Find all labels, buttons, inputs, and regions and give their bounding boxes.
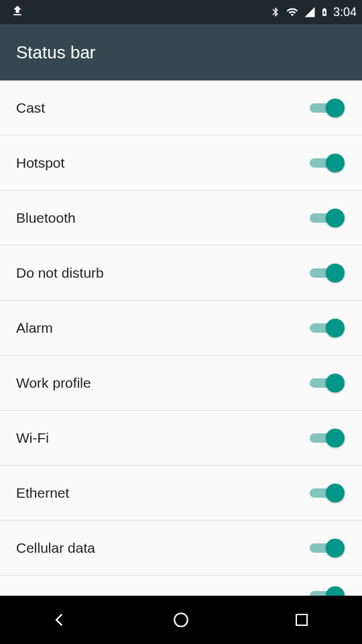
toggle-ethernet[interactable] — [310, 484, 341, 502]
toggle-hotspot[interactable] — [310, 154, 341, 172]
setting-label: Hotspot — [16, 155, 64, 171]
setting-row-ethernet[interactable]: Ethernet — [0, 466, 362, 521]
setting-row-work-profile[interactable]: Work profile — [0, 356, 362, 411]
switch-thumb — [326, 484, 345, 502]
switch-thumb — [326, 154, 345, 172]
setting-label: Work profile — [16, 375, 91, 391]
setting-row-cellular-data[interactable]: Cellular data — [0, 521, 362, 576]
switch-thumb — [326, 586, 345, 596]
setting-row-partial[interactable] — [0, 576, 362, 596]
bluetooth-icon — [270, 5, 281, 19]
setting-row-hotspot[interactable]: Hotspot — [0, 136, 362, 191]
switch-thumb — [326, 99, 345, 117]
clock-text: 3:04 — [333, 5, 357, 19]
setting-label: Wi-Fi — [16, 430, 49, 446]
upload-icon — [11, 4, 24, 21]
switch-thumb — [326, 319, 345, 337]
system-navbar — [0, 596, 362, 644]
switch-thumb — [326, 209, 345, 227]
toggle-wifi[interactable] — [310, 429, 341, 447]
toggle-partial[interactable] — [310, 586, 341, 596]
setting-label: Ethernet — [16, 485, 69, 501]
setting-row-cast[interactable]: Cast — [0, 80, 362, 136]
toggle-cellular-data[interactable] — [310, 539, 341, 557]
home-button[interactable] — [151, 606, 211, 633]
setting-label: Cellular data — [16, 540, 95, 556]
back-button[interactable] — [30, 606, 90, 633]
setting-label: Do not disturb — [16, 265, 104, 281]
switch-thumb — [326, 374, 345, 392]
toggle-work-profile[interactable] — [310, 374, 341, 392]
switch-thumb — [326, 539, 345, 557]
toggle-dnd[interactable] — [310, 264, 341, 282]
battery-icon — [320, 5, 329, 19]
wifi-icon — [285, 6, 300, 18]
setting-row-bluetooth[interactable]: Bluetooth — [0, 191, 362, 246]
switch-thumb — [326, 429, 345, 447]
toggle-alarm[interactable] — [310, 319, 341, 337]
settings-list: Cast Hotspot Bluetooth Do not disturb Al… — [0, 80, 362, 596]
page-title: Status bar — [16, 42, 96, 63]
svg-point-0 — [174, 613, 188, 627]
system-statusbar: 3:04 — [0, 0, 362, 24]
setting-row-wifi[interactable]: Wi-Fi — [0, 411, 362, 466]
svg-rect-1 — [296, 614, 307, 625]
setting-label: Bluetooth — [16, 210, 76, 226]
setting-label: Alarm — [16, 320, 53, 336]
toggle-cast[interactable] — [310, 99, 341, 117]
switch-thumb — [326, 264, 345, 282]
signal-icon — [304, 6, 316, 18]
setting-label: Cast — [16, 100, 45, 116]
setting-row-alarm[interactable]: Alarm — [0, 301, 362, 356]
setting-row-dnd[interactable]: Do not disturb — [0, 246, 362, 301]
appbar: Status bar — [0, 24, 362, 80]
recents-button[interactable] — [272, 606, 332, 633]
toggle-bluetooth[interactable] — [310, 209, 341, 227]
